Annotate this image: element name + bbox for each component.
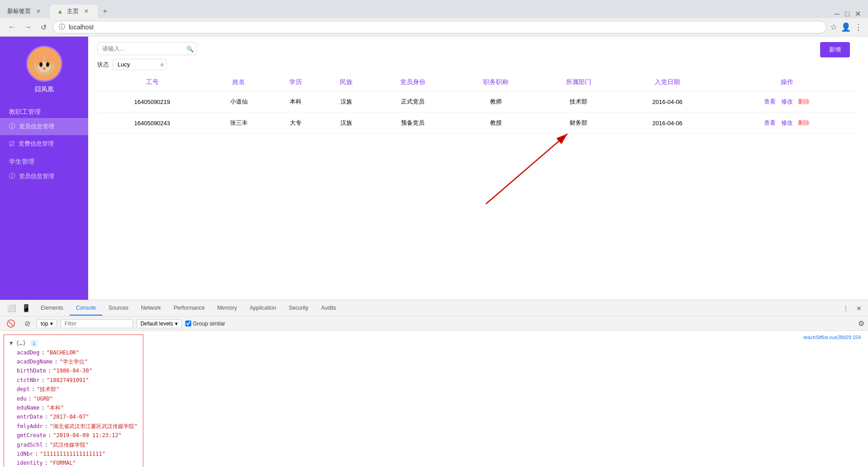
context-selector[interactable]: top ▾	[37, 319, 57, 328]
nav-back-button[interactable]: ←	[5, 21, 18, 33]
maximize-icon[interactable]: □	[845, 10, 849, 18]
cell-join-date: 2016-04-06	[620, 113, 715, 134]
console-line-ctctNbr: ctctNbr: "18827491091"	[17, 376, 137, 385]
cell-dept: 技术部	[537, 91, 620, 113]
sidebar-item-student-party-mgmt[interactable]: ⓘ 党员信息管理	[0, 168, 88, 185]
tab-new[interactable]: 新标签页 ✕	[0, 5, 50, 18]
sidebar-item-label: 党费信息管理	[19, 140, 54, 148]
tab-close-main[interactable]: ✕	[82, 7, 90, 15]
col-job-no: 工号	[97, 74, 207, 91]
cell-actions: 查看 修改 删除	[715, 91, 859, 113]
tab-bar: 新标签页 ✕ ▲ 主页 ✕ + ─ □ ✕	[0, 0, 868, 18]
svg-point-9	[43, 67, 46, 70]
nav-bar: ← → ↺ ⓘ localhost ☆ 👤 ⋮	[0, 18, 868, 37]
col-join-date: 入党日期	[620, 74, 715, 91]
tab-elements[interactable]: Elements	[34, 301, 70, 316]
nav-right-icons: ☆ 👤 ⋮	[830, 22, 863, 32]
table-row: 16405090219 小道仙 本科 汉族 正式党员 教师 技术部 2016-0…	[97, 91, 859, 113]
console-line-birthDate: birthDate: "1986-04-30"	[17, 366, 137, 375]
devtools-more-icon[interactable]: ⋮	[840, 303, 852, 314]
view-button-row1[interactable]: 查看	[762, 118, 778, 128]
tab-label-main: 主页	[67, 7, 79, 15]
file-reference[interactable]: teachStflist.vue28d29:154	[803, 335, 864, 340]
tab-console[interactable]: Console	[70, 301, 102, 316]
devtools-device-icon[interactable]: 📱	[20, 304, 34, 312]
tab-favicon-main: ▲	[57, 8, 63, 15]
menu-icon[interactable]: ⋮	[854, 22, 863, 32]
tab-sources[interactable]: Sources	[102, 301, 135, 316]
col-position: 职务职称	[454, 74, 537, 91]
devtools-close-icon[interactable]: ✕	[854, 303, 864, 314]
edit-button-row0[interactable]: 修改	[779, 97, 795, 107]
col-actions: 操作	[715, 74, 859, 91]
info-badge: i	[31, 340, 38, 347]
table-row: 16405090243 张三丰 大专 汉族 预备党员 教授 财务部 2016-0…	[97, 113, 859, 134]
console-line-fmlyAddr: fmlyAddr: "湖北省武汉市江夏区武汉传媒学院"	[17, 422, 137, 431]
console-object-header[interactable]: ▼ {…} i	[9, 339, 137, 348]
cell-job-no: 16405090243	[97, 113, 207, 134]
url-text: localhost	[69, 24, 94, 31]
table-header-row: 工号 姓名 学历 民族 党员身份 职务职称 所属部门 入党日期 操作	[97, 74, 859, 91]
devtools-settings-icon[interactable]: ⚙	[858, 319, 864, 328]
avatar	[26, 46, 62, 82]
status-clear-icon[interactable]: ⊗	[160, 61, 164, 67]
tab-close-new[interactable]: ✕	[34, 7, 42, 15]
devtools-inspect-icon[interactable]: ⬜	[4, 304, 20, 312]
group-similar-checkbox[interactable]	[185, 321, 191, 326]
tab-audits[interactable]: Audits	[315, 301, 342, 316]
nav-forward-button[interactable]: →	[22, 21, 34, 33]
bookmark-icon[interactable]: ☆	[830, 22, 837, 32]
status-input[interactable]	[113, 59, 167, 70]
delete-button-row0[interactable]: 删除	[796, 97, 811, 107]
delete-button-row1[interactable]: 删除	[796, 118, 811, 128]
group-similar-label[interactable]: Group similar	[185, 321, 225, 327]
cell-name: 张三丰	[207, 113, 270, 134]
console-clear-icon[interactable]: 🚫	[4, 317, 18, 330]
cell-name: 小道仙	[207, 91, 270, 113]
tab-performance[interactable]: Performance	[167, 301, 211, 316]
console-line-eduName: eduName: "本科"	[17, 403, 137, 412]
sidebar-item-party-fee-mgmt[interactable]: ☑ 党费信息管理	[0, 135, 88, 152]
add-button[interactable]: 新增	[820, 42, 850, 57]
console-row: ▼ {…} i acadDeg: "BACHELOR" acadDegName:…	[4, 335, 864, 467]
tab-label: 新标签页	[7, 7, 31, 15]
filter-input[interactable]	[61, 319, 133, 328]
cell-position: 教授	[454, 113, 537, 134]
search-button[interactable]: 🔍	[186, 45, 194, 52]
console-line-gmtCreate: gmtCreate: "2019-04-09 11:23:12"	[17, 431, 137, 440]
section-title-student: 学生管理	[0, 152, 88, 168]
tab-memory[interactable]: Memory	[211, 301, 243, 316]
console-line-dept: dept: "技术部"	[17, 385, 137, 394]
tab-security[interactable]: Security	[283, 301, 315, 316]
view-button-row0[interactable]: 查看	[762, 97, 778, 107]
minimize-icon[interactable]: ─	[835, 10, 840, 18]
close-browser-icon[interactable]: ✕	[855, 9, 861, 18]
console-stop-icon[interactable]: ⊘	[22, 317, 33, 330]
account-icon[interactable]: 👤	[841, 22, 851, 32]
tab-add-button[interactable]: +	[98, 5, 113, 18]
col-edu: 学历	[270, 74, 321, 91]
svg-point-7	[40, 63, 42, 66]
user-name: 囧凤凰	[35, 85, 54, 94]
cell-position: 教师	[454, 91, 537, 113]
address-bar[interactable]: ⓘ localhost	[53, 21, 826, 33]
info-icon: ⓘ	[9, 123, 15, 131]
edit-button-row1[interactable]: 修改	[779, 118, 795, 128]
nav-refresh-button[interactable]: ↺	[38, 21, 49, 33]
group-similar-text: Group similar	[193, 321, 225, 327]
status-label: 状态	[97, 61, 109, 69]
context-dropdown-icon: ▾	[50, 321, 53, 327]
cell-edu: 本科	[270, 91, 321, 113]
sidebar-item-party-member-mgmt[interactable]: ⓘ 党员信息管理	[0, 118, 88, 135]
level-selector[interactable]: Default levels ▾	[137, 319, 182, 328]
tab-network[interactable]: Network	[135, 301, 167, 316]
search-input[interactable]	[97, 42, 197, 55]
cell-actions: 查看 修改 删除	[715, 113, 859, 134]
console-line-entrDate: entrDate: "2017-04-07"	[17, 412, 137, 421]
cell-edu: 大专	[270, 113, 321, 134]
tab-main[interactable]: ▲ 主页 ✕	[50, 5, 98, 18]
console-output: ▼ {…} i acadDeg: "BACHELOR" acadDegName:…	[0, 331, 868, 467]
svg-point-8	[47, 63, 48, 66]
tab-application[interactable]: Application	[243, 301, 283, 316]
col-name: 姓名	[207, 74, 270, 91]
